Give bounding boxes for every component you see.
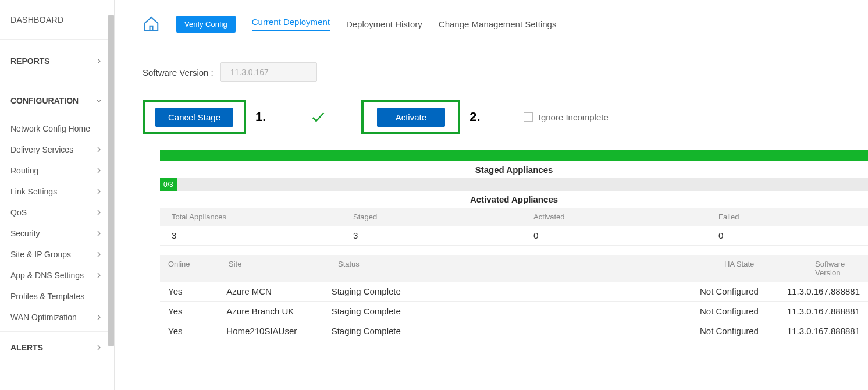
sidebar-item-qos[interactable]: QoS	[0, 202, 114, 223]
sidebar-item-configuration[interactable]: Configuration	[0, 83, 114, 118]
stats-col-activated: Activated	[522, 208, 707, 226]
ignore-incomplete-wrapper[interactable]: Ignore Incomplete	[524, 112, 609, 122]
td-online: Yes	[160, 282, 218, 301]
sidebar-item-app-dns-settings[interactable]: App & DNS Settings	[0, 265, 114, 286]
th-online: Online	[160, 255, 220, 282]
td-site: Azure MCN	[218, 282, 323, 301]
sidebar-label: WAN Optimization	[10, 313, 77, 322]
check-icon	[310, 109, 326, 125]
td-status: Staging Complete	[323, 302, 692, 321]
main-content: Verify Config Current Deployment Deploym…	[115, 0, 868, 390]
ignore-incomplete-checkbox[interactable]	[524, 112, 533, 122]
sidebar-label: Link Settings	[10, 187, 57, 196]
cancel-stage-button[interactable]: Cancel Stage	[155, 108, 233, 127]
th-site: Site	[220, 255, 330, 282]
sidebar-item-routing[interactable]: Routing	[0, 160, 114, 181]
td-status: Staging Complete	[323, 321, 692, 341]
td-sv: 11.3.0.167.888881	[779, 282, 868, 301]
sidebar-label: QoS	[10, 208, 27, 217]
sidebar-label: App & DNS Settings	[10, 271, 84, 280]
table-row: Yes Home210SIAUser Staging Complete Not …	[160, 321, 868, 341]
td-ha: Not Configured	[692, 302, 779, 321]
stats-header: Total Appliances Staged Activated Failed	[160, 208, 868, 226]
chevron-down-icon	[94, 96, 104, 105]
sidebar-item-dashboard[interactable]: Dashboard	[0, 0, 114, 40]
chevron-right-icon	[94, 343, 104, 352]
sidebar-label: Site & IP Groups	[10, 250, 71, 259]
tab-change-management-settings[interactable]: Change Management Settings	[439, 19, 557, 29]
stats-val-failed: 0	[707, 226, 868, 245]
td-site: Azure Branch UK	[218, 302, 323, 321]
sidebar-item-profiles-templates[interactable]: Profiles & Templates	[0, 286, 114, 307]
tab-bar: Verify Config Current Deployment Deploym…	[115, 0, 868, 42]
chevron-right-icon	[94, 250, 104, 259]
sidebar-item-wan-optimization[interactable]: WAN Optimization	[0, 307, 114, 328]
sidebar-label: Security	[10, 229, 40, 238]
chevron-right-icon	[94, 313, 104, 322]
stats-col-total: Total Appliances	[160, 208, 341, 226]
th-status: Status	[330, 255, 716, 282]
sidebar-label: Dashboard	[10, 15, 63, 24]
tab-deployment-history[interactable]: Deployment History	[346, 19, 422, 29]
software-version-row: Software Version :	[143, 62, 868, 82]
annotation-2: 2.	[469, 109, 480, 125]
th-ha-state: HA State	[716, 255, 807, 282]
stats-val-activated: 0	[522, 226, 707, 245]
annotation-1: 1.	[255, 109, 266, 125]
software-version-label: Software Version :	[143, 68, 214, 77]
activated-appliances-title: Activated Appliances	[160, 191, 868, 208]
sidebar-item-link-settings[interactable]: Link Settings	[0, 181, 114, 202]
td-online: Yes	[160, 321, 218, 341]
staged-appliances-title: Staged Appliances	[160, 161, 868, 178]
table-row: Yes Azure MCN Staging Complete Not Confi…	[160, 282, 868, 302]
svg-rect-0	[150, 26, 153, 31]
td-online: Yes	[160, 302, 218, 321]
sidebar-item-network-config-home[interactable]: Network Config Home	[0, 118, 114, 139]
td-ha: Not Configured	[692, 282, 779, 301]
staged-progress-bar	[160, 150, 868, 161]
sidebar-label: Alerts	[10, 343, 43, 352]
sidebar-item-delivery-services[interactable]: Delivery Services	[0, 139, 114, 160]
highlight-cancel-stage: Cancel Stage	[143, 100, 246, 134]
chevron-right-icon	[94, 187, 104, 196]
table-row: Yes Azure Branch UK Staging Complete Not…	[160, 302, 868, 321]
activated-progress-badge: 0/3	[160, 178, 177, 191]
progress-area: Staged Appliances 0/3 Activated Applianc…	[160, 150, 868, 341]
sidebar-label: Network Config Home	[10, 124, 90, 133]
sidebar-label: Routing	[10, 166, 38, 175]
ignore-incomplete-label: Ignore Incomplete	[539, 112, 609, 122]
sidebar-label: Reports	[10, 56, 50, 66]
tab-current-deployment[interactable]: Current Deployment	[252, 17, 330, 31]
sidebar-label: Profiles & Templates	[10, 292, 84, 301]
stats-col-staged: Staged	[341, 208, 522, 226]
sidebar-item-security[interactable]: Security	[0, 223, 114, 244]
stats-col-failed: Failed	[707, 208, 868, 226]
action-row: Cancel Stage 1. Activate 2. Ignore Incom…	[143, 100, 868, 134]
chevron-right-icon	[94, 208, 104, 217]
td-status: Staging Complete	[323, 282, 692, 301]
sidebar-item-alerts[interactable]: Alerts	[0, 331, 114, 363]
chevron-right-icon	[94, 229, 104, 238]
sidebar-label: Configuration	[10, 96, 79, 105]
sidebar: Dashboard Reports Configuration Network …	[0, 0, 115, 390]
activated-progress-bar: 0/3	[160, 178, 868, 191]
scrollbar-thumb[interactable]	[108, 15, 114, 346]
chevron-right-icon	[94, 271, 104, 280]
stats-val-total: 3	[160, 226, 341, 245]
stats-row: 3 3 0 0	[160, 226, 868, 246]
stats-val-staged: 3	[341, 226, 522, 245]
sidebar-item-reports[interactable]: Reports	[0, 40, 114, 83]
th-software-version: Software Version	[807, 255, 868, 282]
sidebar-item-site-ip-groups[interactable]: Site & IP Groups	[0, 244, 114, 265]
highlight-activate: Activate	[361, 100, 460, 134]
chevron-right-icon	[94, 166, 104, 175]
td-site: Home210SIAUser	[218, 321, 323, 341]
verify-config-button[interactable]: Verify Config	[176, 16, 236, 33]
chevron-right-icon	[94, 56, 104, 66]
td-sv: 11.3.0.167.888881	[779, 321, 868, 341]
software-version-input[interactable]	[220, 62, 317, 82]
sidebar-label: Delivery Services	[10, 145, 73, 154]
activate-button[interactable]: Activate	[377, 108, 445, 127]
table-header: Online Site Status HA State Software Ver…	[160, 255, 868, 282]
home-icon[interactable]	[143, 15, 160, 33]
